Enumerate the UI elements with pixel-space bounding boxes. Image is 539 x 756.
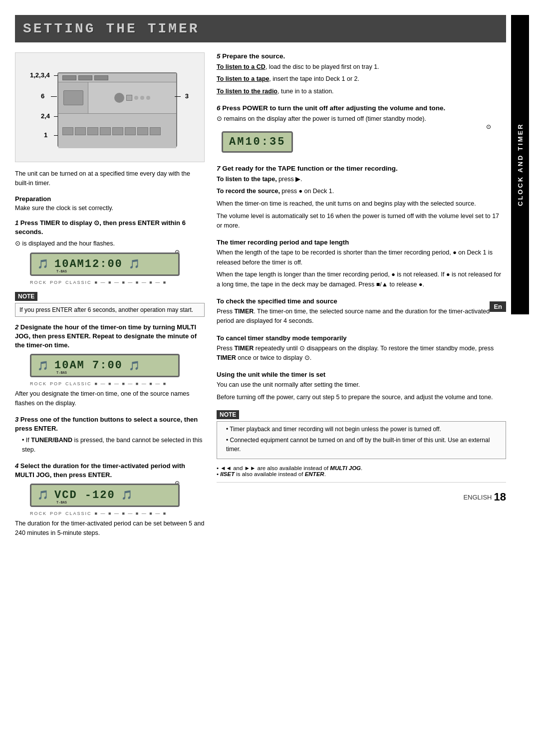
two-col-layout: 1,2,3,4 6 3 2,4 1 The unit can be turned…	[15, 52, 506, 741]
step-3: 3 Press one of the function buttons to s…	[15, 415, 205, 455]
note-content-2: • Timer playback and timer recording wil…	[217, 421, 506, 459]
note2-bullet-1: • Timer playback and timer recording wil…	[226, 425, 502, 434]
footer-text: ENGLISH	[463, 494, 492, 501]
step-3-body: • If TUNER/BAND is pressed, the band can…	[22, 436, 205, 455]
step-1-title: 1 Press TIMER to display ⊙, then press E…	[15, 219, 205, 237]
step-2-lcd-wrapper: 🎵 10AM 7:00 🎵 T-BAS ROCK POP CLASSIC ■ —…	[20, 354, 205, 386]
step-4-body: The duration for the timer-activated per…	[15, 519, 205, 538]
en-badge-wrapper: En	[490, 297, 506, 316]
step-4-title: 4 Select the duration for the timer-acti…	[15, 462, 205, 480]
note2-bullet-2: • Connected equipment cannot be turned o…	[226, 436, 502, 454]
intro-text: The unit can be turned on at a specified…	[15, 169, 205, 188]
device-label-3: 3	[185, 92, 189, 100]
small-note-2: • IISET is also available instead of ENT…	[217, 471, 506, 477]
subsection-using-title: Using the unit while the timer is set	[217, 371, 506, 378]
step-6-lcd-wrapper: ⊙ AM10:35	[222, 127, 506, 157]
step-1-body: ⊙ is displayed and the hour flashes.	[15, 239, 205, 249]
note-box-1: NOTE	[15, 292, 37, 301]
right-step-6: 6 Press POWER to turn the unit off after…	[217, 104, 506, 156]
device-diagram: 1,2,3,4 6 3 2,4 1	[15, 52, 205, 162]
subsection-using: Using the unit while the timer is set Yo…	[217, 371, 506, 402]
step-6-lcd: AM10:35	[222, 131, 293, 153]
step-5-line3: To listen to the radio, tune in to a sta…	[217, 87, 506, 96]
page-title: SETTING THE TIMER	[23, 21, 200, 36]
step-2: 2 Designate the hour of the timer-on tim…	[15, 323, 205, 408]
step-4-lcd: 🎵 VCD -120 🎵 T-BAS	[30, 484, 180, 507]
subsection-using-body1: You can use the unit normally after sett…	[217, 380, 506, 390]
subsection-using-body2: Before turning off the power, carry out …	[217, 393, 506, 402]
step-1-lcd: 🎵 10AM12:00 🎵 T-BAS	[30, 252, 180, 276]
step-2-body: After you designate the timer-on time, o…	[15, 389, 205, 408]
footer: ENGLISH 18	[217, 482, 506, 504]
right-step-7: 7 Get ready for the TAPE function or the…	[217, 165, 506, 231]
subsection-tape-title: The timer recording period and tape leng…	[217, 239, 506, 246]
right-step-5: 5 Prepare the source. To listen to a CD,…	[217, 52, 506, 96]
step-7-line2: To record the source, press ● on Deck 1.	[217, 187, 506, 196]
step-5-line1: To listen to a CD, load the disc to be p…	[217, 62, 506, 72]
main-content: SETTING THE TIMER	[15, 15, 511, 741]
subsection-cancel-body: Press TIMER repeatedly until ⊙ disappear…	[217, 344, 506, 363]
subsection-tape-body1: When the length of the tape to be record…	[217, 248, 506, 267]
step-2-title: 2 Designate the hour of the timer-on tim…	[15, 323, 205, 350]
step-7-body1: When the timer-on time is reached, the u…	[217, 199, 506, 209]
step-2-lcd: 🎵 10AM 7:00 🎵 T-BAS	[30, 354, 180, 377]
note-content-1: If you press ENTER after 6 seconds, anot…	[15, 303, 205, 317]
note-box-2: NOTE	[217, 410, 239, 419]
small-notes: • ◄◄ and ►► are also available instead o…	[217, 465, 506, 477]
step-6-body: ⊙ remains on the display after the power…	[217, 114, 506, 124]
note-2: NOTE • Timer playback and timer recordin…	[217, 410, 506, 459]
subsection-tape-body2: When the tape length is longer than the …	[217, 270, 506, 289]
note-text-1: If you press ENTER after 6 seconds, anot…	[19, 306, 200, 313]
step-3-title: 3 Press one of the function buttons to s…	[15, 415, 205, 433]
note-1: NOTE If you press ENTER after 6 seconds,…	[15, 292, 205, 317]
subsection-check-body: Press TIMER. The timer-on time, the sele…	[217, 307, 506, 326]
step-1-lcd-wrapper: ⊙ 🎵 10AM12:00 🎵 T-BAS ROCK POP	[20, 252, 205, 285]
step-6-title: 6 Press POWER to turn the unit off after…	[217, 104, 506, 112]
subsection-cancel-title: To cancel timer standby mode temporarily	[217, 334, 506, 342]
right-column: 5 Prepare the source. To listen to a CD,…	[217, 52, 506, 741]
subsection-check-title: To check the specified time and source	[217, 297, 506, 305]
step-7-line1: To listen to the tape, press ▶.	[217, 175, 506, 184]
step-7-body2: The volume level is automatically set to…	[217, 212, 506, 231]
device-label-24: 2,4	[41, 112, 50, 120]
device-label-1: 1	[44, 131, 47, 139]
step-7-title: 7 Get ready for the TAPE function or the…	[217, 165, 506, 172]
left-column: 1,2,3,4 6 3 2,4 1 The unit can be turned…	[15, 52, 205, 741]
title-banner: SETTING THE TIMER	[15, 15, 506, 42]
step-5-title: 5 Prepare the source.	[217, 52, 506, 60]
en-badge: En	[490, 301, 506, 312]
device-label-1234: 1,2,3,4	[30, 71, 50, 79]
small-note-1: • ◄◄ and ►► are also available instead o…	[217, 465, 506, 471]
step-5-line2: To listen to a tape, insert the tape int…	[217, 74, 506, 84]
clock-and-timer-sidebar: CLOCK AND TIMER	[511, 15, 529, 314]
subsection-tape-length: The timer recording period and tape leng…	[217, 239, 506, 289]
subsection-cancel: To cancel timer standby mode temporarily…	[217, 334, 506, 363]
page-container: SETTING THE TIMER	[0, 0, 539, 756]
footer-page-num: 18	[494, 491, 506, 504]
subsection-check: To check the specified time and source P…	[217, 297, 506, 326]
step-4: 4 Select the duration for the timer-acti…	[15, 462, 205, 538]
device-label-6: 6	[41, 92, 44, 100]
step-1: 1 Press TIMER to display ⊙, then press E…	[15, 219, 205, 285]
step-4-lcd-wrapper: ⊙ 🎵 VCD -120 🎵 T-BAS ROCK POP	[20, 484, 205, 516]
preparation-header: Preparation	[15, 195, 205, 203]
preparation-text: Make sure the clock is set correctly.	[15, 205, 205, 212]
